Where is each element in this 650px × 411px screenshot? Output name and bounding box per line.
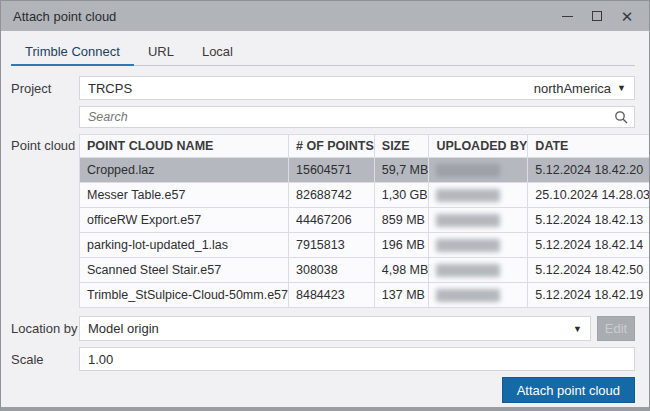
search-box: [79, 106, 635, 128]
tab-bar: Trimble Connect URL Local: [11, 39, 635, 66]
cell-name: Cropped.laz: [80, 158, 289, 183]
search-row: [11, 106, 635, 128]
dialog-content: Trimble Connect URL Local Project TRCPS …: [1, 31, 649, 411]
cell-uploaded-by: [429, 183, 528, 208]
minimize-icon: [562, 16, 573, 17]
server-region-value: northAmerica: [534, 81, 611, 96]
project-value: TRCPS: [88, 81, 132, 96]
project-server-region: northAmerica ▼: [534, 81, 626, 96]
table-row[interactable]: Cropped.laz1560457159,7 MB5.12.2024 18.4…: [80, 158, 650, 183]
redacted-uploader: [436, 264, 500, 277]
cell-size: 1,30 GB: [374, 183, 429, 208]
redacted-uploader: [436, 164, 500, 177]
project-label: Project: [11, 81, 79, 96]
cell-uploaded-by: [429, 283, 528, 308]
scale-row: Scale: [11, 347, 635, 371]
redacted-uploader: [436, 189, 500, 202]
location-label: Location by: [11, 321, 79, 336]
cell-name: Scanned Steel Stair.e57: [80, 258, 289, 283]
cell-points: 308038: [289, 258, 375, 283]
cell-points: 82688742: [289, 183, 375, 208]
table-row[interactable]: officeRW Export.e5744467206859 MB5.12.20…: [80, 208, 650, 233]
close-button[interactable]: ✕: [615, 5, 639, 27]
column-header[interactable]: UPLOADED BY: [429, 135, 528, 158]
titlebar: Attach point cloud ✕: [1, 1, 649, 31]
chevron-down-icon: ▼: [617, 83, 626, 93]
location-value: Model origin: [88, 321, 159, 336]
column-header[interactable]: POINT CLOUD NAME: [80, 135, 289, 158]
project-dropdown[interactable]: TRCPS northAmerica ▼: [79, 76, 635, 100]
cell-date: 5.12.2024 18.42.20: [528, 158, 650, 183]
attach-point-cloud-dialog: Attach point cloud ✕ Trimble Connect URL…: [0, 0, 650, 411]
tab-trimble-connect[interactable]: Trimble Connect: [11, 39, 134, 66]
column-header[interactable]: DATE: [528, 135, 650, 158]
cell-date: 5.12.2024 18.42.13: [528, 208, 650, 233]
tab-url[interactable]: URL: [134, 39, 188, 66]
chevron-down-icon: ▼: [573, 324, 582, 334]
search-icon: [614, 110, 628, 124]
cell-uploaded-by: [429, 258, 528, 283]
window-controls: ✕: [555, 5, 639, 27]
cell-size: 859 MB: [374, 208, 429, 233]
project-row: Project TRCPS northAmerica ▼: [11, 76, 635, 100]
maximize-button[interactable]: [585, 5, 609, 27]
close-icon: ✕: [621, 9, 634, 24]
tab-local[interactable]: Local: [188, 39, 247, 66]
cell-uploaded-by: [429, 233, 528, 258]
column-header[interactable]: SIZE: [374, 135, 429, 158]
point-cloud-row: Point cloud POINT CLOUD NAME# OF POINTSS…: [11, 134, 635, 308]
search-input[interactable]: [79, 106, 635, 128]
location-dropdown[interactable]: Model origin ▼: [79, 316, 591, 341]
cell-date: 5.12.2024 18.42.14: [528, 233, 650, 258]
cell-size: 196 MB: [374, 233, 429, 258]
table-header-row: POINT CLOUD NAME# OF POINTSSIZEUPLOADED …: [80, 135, 650, 158]
table-row[interactable]: Trimble_StSulpice-Cloud-50mm.e5784844231…: [80, 283, 650, 308]
attach-point-cloud-button[interactable]: Attach point cloud: [502, 377, 635, 403]
table-row[interactable]: Scanned Steel Stair.e573080384,98 MB5.12…: [80, 258, 650, 283]
cell-points: 8484423: [289, 283, 375, 308]
cell-date: 5.12.2024 18.42.50: [528, 258, 650, 283]
scale-input[interactable]: [79, 347, 635, 371]
redacted-uploader: [436, 289, 500, 302]
minimize-button[interactable]: [555, 5, 579, 27]
redacted-uploader: [436, 214, 500, 227]
cell-points: 7915813: [289, 233, 375, 258]
cell-points: 15604571: [289, 158, 375, 183]
cell-size: 59,7 MB: [374, 158, 429, 183]
point-cloud-table-body: Cropped.laz1560457159,7 MB5.12.2024 18.4…: [80, 158, 650, 308]
edit-button[interactable]: Edit: [597, 316, 635, 341]
scale-label: Scale: [11, 352, 79, 367]
column-header[interactable]: # OF POINTS: [289, 135, 375, 158]
table-row[interactable]: Messer Table.e57826887421,30 GB25.10.202…: [80, 183, 650, 208]
cell-name: Trimble_StSulpice-Cloud-50mm.e57: [80, 283, 289, 308]
location-row: Location by Model origin ▼ Edit: [11, 316, 635, 341]
point-cloud-table: POINT CLOUD NAME# OF POINTSSIZEUPLOADED …: [79, 134, 650, 308]
cell-uploaded-by: [429, 158, 528, 183]
dialog-footer: Attach point cloud: [11, 377, 635, 411]
cell-size: 137 MB: [374, 283, 429, 308]
cell-size: 4,98 MB: [374, 258, 429, 283]
cell-name: Messer Table.e57: [80, 183, 289, 208]
point-cloud-label: Point cloud: [11, 134, 79, 153]
cell-date: 5.12.2024 18.42.19: [528, 283, 650, 308]
table-row[interactable]: parking-lot-updated_1.las7915813196 MB5.…: [80, 233, 650, 258]
window-title: Attach point cloud: [13, 9, 555, 24]
redacted-uploader: [436, 239, 500, 252]
cell-name: officeRW Export.e57: [80, 208, 289, 233]
cell-uploaded-by: [429, 208, 528, 233]
cell-name: parking-lot-updated_1.las: [80, 233, 289, 258]
cell-points: 44467206: [289, 208, 375, 233]
cell-date: 25.10.2024 14.28.03: [528, 183, 650, 208]
maximize-icon: [592, 11, 602, 21]
